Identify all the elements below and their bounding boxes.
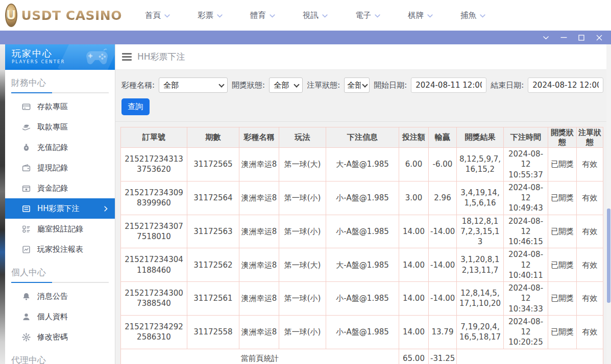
table-row: 215217234307751801031172563澳洲幸运8第一球(小)小-… [121,215,603,248]
sidebar-item[interactable]: 充值記錄 [5,137,115,158]
column-header: 投注額 [399,127,429,148]
table-cell: 31172565 [187,148,239,181]
search-button[interactable]: 查詢 [121,98,150,115]
table-cell: 2024-08-12 10:49:43 [504,181,548,215]
content-scrollbar[interactable] [606,44,611,364]
sidebar-item[interactable]: 個人資料 [5,306,115,327]
summary-empty-cell [457,349,603,364]
nav-item[interactable]: 捕魚 [460,10,513,21]
order-status-select[interactable]: 全部 [344,77,370,93]
app-window: U USDT CASINO 首頁彩票體育視訊電子棋牌捕魚 玩家中心 PLAYER… [0,0,611,364]
table-row: 215217234313375362031172565澳洲幸运8第一球(大)大-… [121,148,603,181]
card-icon [22,102,31,111]
nav-item[interactable]: 棋牌 [408,10,460,21]
table-cell: 8,12,5,9,7,16,15,2 [457,148,504,181]
table-cell: 6.00 [399,148,429,181]
sidebar-item[interactable]: 取款專區 [5,117,115,137]
nav-item[interactable]: 彩票 [198,10,250,21]
table-cell: 有效 [577,148,603,181]
sidebar-section-title: 個人中心 [11,267,109,278]
desktop-background-strip [0,44,5,364]
chevron-down-icon [217,14,223,18]
wallet-icon [22,164,31,172]
chevron-down-icon [164,14,170,18]
lottery-name-select[interactable]: 全部 [159,77,228,93]
sidebar-item[interactable]: HH彩票下注 [5,198,115,219]
nav-item[interactable]: 首頁 [145,10,198,21]
draw-status-label: 開獎狀態: [232,81,265,90]
top-bar: U USDT CASINO 首頁彩票體育視訊電子棋牌捕魚 [0,0,611,31]
orders-table: 訂單號期數彩種名稱玩法下注信息投注額輸贏開獎結果下注時間開獎狀態注單狀態 215… [120,127,603,364]
section-divider [11,282,109,283]
table-cell: 已開獎 [548,215,577,248]
table-cell: 2.96 [429,181,457,215]
table-cell: 第一球(大) [279,248,326,282]
nav-item[interactable]: 體育 [250,10,303,21]
table-cell: 7,19,20,4,16,5,18,17 [457,315,504,349]
column-header: 期數 [187,127,239,148]
column-header: 輸贏 [429,127,457,148]
column-header: 注單狀態 [577,127,603,148]
window-collapse-button[interactable] [540,33,551,43]
sidebar-item[interactable]: 存款專區 [5,96,115,117]
table-cell: 31172562 [187,248,239,282]
sidebar-section-title: 財務中心 [11,77,109,89]
table-cell: 第一球(小) [279,315,326,349]
window-minimize-button[interactable] [558,33,569,43]
table-cell: 已開獎 [548,181,577,215]
table-cell: 2152172342922586310 [121,315,187,349]
table-cell: 小-A盤@1.985 [326,315,399,349]
sidebar-item[interactable]: 修改密碼 [5,327,115,347]
draw-status-select-wrap: 全部 [269,77,303,93]
sidebar-item-label: 資金記錄 [37,184,68,193]
window-maximize-button[interactable] [576,33,587,43]
sidebar-item[interactable]: 玩家投注報表 [5,239,115,259]
nav-item-label: 棋牌 [408,10,424,21]
main-content: HH彩票下注 彩種名稱: 全部 開獎狀態: 全部 注單狀態: 全部 [115,44,611,364]
report-icon [22,245,31,254]
sidebar-item[interactable]: 提現記錄 [5,158,115,178]
table-row: 215217234304118846031172562澳洲幸运8第一球(大)大-… [121,248,603,282]
table-cell: 2024-08-12 10:34:33 [504,282,548,316]
filter-row: 彩種名稱: 全部 開獎狀態: 全部 注單狀態: 全部 開始日期: 結束日期: [121,77,611,93]
sidebar-item[interactable]: 廳室投註記錄 [5,219,115,239]
table-cell: -14.00 [429,282,457,316]
menu-toggle-icon[interactable] [122,53,132,61]
sidebar-item[interactable]: 消息公告 [5,286,115,306]
column-header: 開獎狀態 [548,127,577,148]
window-close-button[interactable] [594,33,605,43]
window-body: 玩家中心 PLAYERS CENTER 財務中心存款專區取款專區充值記錄提現記錄… [0,44,611,364]
chevron-down-icon [480,14,485,18]
lottery-name-select-wrap: 全部 [159,77,228,93]
start-date-input[interactable] [411,77,486,93]
sidebar-item-label: 存款專區 [37,102,68,112]
table-cell: 3.00 [399,181,429,215]
nav-item[interactable]: 視訊 [303,10,355,21]
table-cell: 2152172343007388540 [121,282,187,316]
table-cell: 有效 [577,315,603,349]
nav-item[interactable]: 電子 [355,10,408,21]
table-cell: 已開獎 [548,248,577,282]
brand-logo[interactable]: U USDT CASINO [5,4,113,27]
sidebar-item-label: 取款專區 [37,122,68,132]
sidebar-item-label: 充值記錄 [37,143,68,152]
table-cell: 大-A盤@1.985 [326,248,399,282]
end-date-input[interactable] [528,77,603,93]
scrollbar-thumb[interactable] [607,209,610,303]
sidebar-item[interactable]: 資金記錄 [5,178,115,198]
table-cell: 2024-08-12 10:40:11 [504,248,548,282]
order-status-label: 注單狀態: [307,81,340,90]
withdraw-icon [22,123,31,132]
chevron-down-icon [270,14,275,18]
table-cell: 14.00 [399,215,429,248]
order-status-select-wrap: 全部 [344,77,370,93]
sidebar-item-label: 消息公告 [37,292,68,301]
sidebar-item-label: 個人資料 [37,312,68,322]
table-cell: 有效 [577,248,603,282]
chevron-down-icon [322,14,328,18]
draw-status-select[interactable]: 全部 [269,77,303,93]
table-cell: 31172561 [187,282,239,316]
bell-icon [22,292,31,301]
nav-item-label: 捕魚 [460,10,476,21]
lottery-name-label: 彩種名稱: [121,81,155,90]
